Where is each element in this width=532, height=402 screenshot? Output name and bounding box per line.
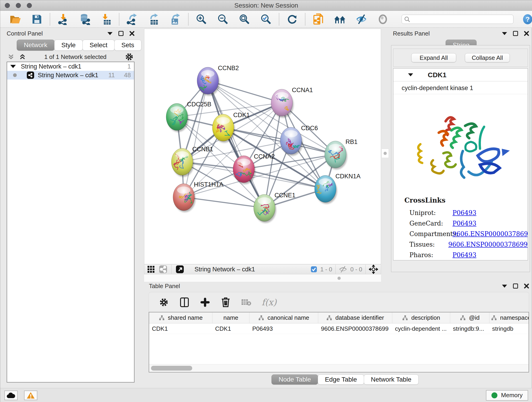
network-share-icon[interactable] xyxy=(159,265,167,274)
control-panel-title: Control Panel xyxy=(7,30,43,37)
float-panel-icon[interactable] xyxy=(513,283,518,288)
gear-icon[interactable] xyxy=(125,52,133,61)
network-node-CCNE1[interactable]: CCNE1 xyxy=(254,192,296,223)
table-row[interactable]: CDK1CDK1P064939606.ENSP00000378699cyclin… xyxy=(149,323,529,334)
delete-table-icon[interactable] xyxy=(241,297,252,307)
crosslink-value-link[interactable]: 9606.ENSP00000378699 xyxy=(452,230,528,237)
crosslink-value-link[interactable]: P06493 xyxy=(452,209,476,216)
column-header-name[interactable]: name xyxy=(212,313,249,323)
tab-network-table[interactable]: Network Table xyxy=(364,375,418,385)
network-edge[interactable] xyxy=(184,81,208,197)
hidden-eye-icon[interactable] xyxy=(339,266,347,273)
float-panel-icon[interactable] xyxy=(513,31,518,36)
gear-icon[interactable] xyxy=(158,297,169,307)
protein-card-header[interactable]: CDK1 xyxy=(393,69,528,81)
expand-all-icon[interactable] xyxy=(19,53,26,60)
export-network-icon[interactable] xyxy=(126,13,138,25)
help-icon[interactable]: ? xyxy=(523,14,532,24)
panel-menu-icon[interactable] xyxy=(502,32,507,35)
collapse-all-button[interactable]: Collapse All xyxy=(465,53,510,62)
detach-view-icon[interactable] xyxy=(176,265,184,274)
copy-share-document-icon[interactable] xyxy=(312,13,324,25)
column-header-description[interactable]: description xyxy=(392,313,450,323)
tab-select[interactable]: Select xyxy=(82,40,114,51)
open-session-icon[interactable] xyxy=(9,13,21,25)
tab-network[interactable]: Network xyxy=(17,40,55,51)
network-node-CDC25B[interactable]: CDC25B xyxy=(166,101,211,132)
close-panel-icon[interactable] xyxy=(524,283,529,288)
network-selection-status: 1 of 1 Network selected xyxy=(26,53,125,61)
toolbar-divider xyxy=(365,265,366,274)
crosslink-label: Compartments: xyxy=(404,230,452,237)
selected-checkbox-icon[interactable] xyxy=(311,266,317,273)
tab-node-table[interactable]: Node Table xyxy=(272,375,318,385)
scrollbar-thumb[interactable] xyxy=(151,366,192,370)
network-view-canvas[interactable]: CCNB2CCNA1CDC25BCDK1CDC6RB1CCNB1CCNA2CDK… xyxy=(144,29,381,264)
network-node-CCNB1[interactable]: CCNB1 xyxy=(171,146,213,177)
splitter-handle[interactable] xyxy=(381,149,389,158)
expand-all-button[interactable]: Expand All xyxy=(411,53,456,62)
warning-button[interactable] xyxy=(24,390,37,400)
function-builder-icon[interactable]: f(x) xyxy=(262,297,277,307)
horizontal-splitter[interactable] xyxy=(144,274,381,282)
tab-edge-table[interactable]: Edge Table xyxy=(318,375,364,385)
crosshair-icon[interactable] xyxy=(369,265,378,274)
network-edge[interactable] xyxy=(184,197,264,208)
horizontal-scrollbar[interactable] xyxy=(149,364,529,372)
add-icon[interactable] xyxy=(200,297,210,307)
float-panel-icon[interactable] xyxy=(119,31,123,36)
import-network-file-icon[interactable] xyxy=(57,13,69,25)
network-collection-row[interactable]: String Network – cdk1 1 xyxy=(7,62,134,71)
save-session-icon[interactable] xyxy=(31,13,43,25)
close-panel-icon[interactable] xyxy=(524,31,529,36)
crosslink-value-link[interactable]: P06493 xyxy=(452,220,476,227)
import-network-database-icon[interactable] xyxy=(79,13,90,25)
splitter-handle[interactable] xyxy=(337,277,341,280)
network-node-RB1[interactable]: RB1 xyxy=(325,138,358,170)
panel-menu-icon[interactable] xyxy=(108,32,113,35)
panel-menu-icon[interactable] xyxy=(502,285,507,288)
network-node-CDK1[interactable]: CDK1 xyxy=(212,112,250,143)
close-panel-icon[interactable] xyxy=(129,31,134,36)
hide-selection-icon[interactable] xyxy=(355,13,367,25)
zoom-fit-icon[interactable] xyxy=(239,13,250,25)
collapse-section-icon[interactable] xyxy=(408,73,413,76)
zoom-in-icon[interactable] xyxy=(196,13,207,25)
column-header-namespace[interactable]: namespace xyxy=(489,313,529,323)
memory-button[interactable]: Memory xyxy=(486,390,528,401)
export-table-icon[interactable] xyxy=(148,13,160,25)
cloud-button[interactable] xyxy=(4,390,18,400)
columns-icon[interactable] xyxy=(179,297,190,307)
maximize-window-button[interactable] xyxy=(27,3,32,8)
collapse-all-icon[interactable] xyxy=(7,53,14,60)
search-input[interactable] xyxy=(410,16,511,22)
network-node-CDKN1A[interactable]: CDKN1A xyxy=(315,173,361,204)
crosslink-value-link[interactable]: 9606.ENSP00000378699 xyxy=(448,241,528,248)
network-nodes: CCNB2CCNA1CDC25BCDK1CDC6RB1CCNB1CCNA2CDK… xyxy=(166,65,361,223)
network-node-CDC6[interactable]: CDC6 xyxy=(280,125,318,156)
tab-sets[interactable]: Sets xyxy=(114,40,141,51)
network-row[interactable]: String Network – cdk1 11 48 xyxy=(7,71,134,80)
export-image-icon[interactable] xyxy=(169,13,181,25)
collapse-tree-icon[interactable] xyxy=(10,65,16,68)
network-edge[interactable] xyxy=(208,81,264,208)
delete-icon[interactable] xyxy=(220,297,231,307)
column-header-@id[interactable]: @id xyxy=(450,313,489,323)
show-eye-icon[interactable] xyxy=(377,13,389,25)
protein-structure-image xyxy=(393,94,528,192)
refresh-icon[interactable] xyxy=(286,13,298,25)
tab-style[interactable]: Style xyxy=(54,40,83,51)
import-table-file-icon[interactable] xyxy=(100,13,112,25)
close-window-button[interactable] xyxy=(5,3,10,8)
crosslink-value-link[interactable]: P06493 xyxy=(452,251,476,259)
zoom-selected-icon[interactable] xyxy=(260,13,272,25)
network-node-HIST1H1A[interactable]: HIST1H1A xyxy=(173,181,223,212)
zoom-out-icon[interactable] xyxy=(217,13,229,25)
birdseye-grid-icon[interactable] xyxy=(147,265,155,273)
column-header-shared-name[interactable]: shared name xyxy=(149,313,212,323)
column-header-database-identifier[interactable]: database identifier xyxy=(318,313,392,323)
home-icon[interactable] xyxy=(334,13,346,25)
network-node-CCNB2[interactable]: CCNB2 xyxy=(197,65,239,96)
minimize-window-button[interactable] xyxy=(16,3,21,8)
column-header-canonical-name[interactable]: canonical name xyxy=(249,313,318,323)
